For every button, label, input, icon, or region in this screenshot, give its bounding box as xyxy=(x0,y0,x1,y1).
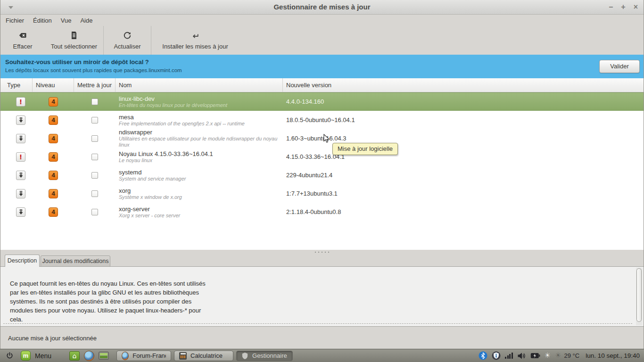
scrollbar-thumb[interactable] xyxy=(636,268,642,322)
tab-changelog[interactable]: Journal des modifications xyxy=(41,255,110,267)
taskbar-window-calculator[interactable]: Calculatrice xyxy=(174,351,233,361)
volume-icon[interactable] xyxy=(517,352,526,360)
tab-description[interactable]: Description xyxy=(5,255,40,267)
home-folder-icon[interactable]: ⌂ xyxy=(69,351,80,361)
toolbar: Effacer Tout sélectionner Actualiser Ins… xyxy=(0,26,644,55)
firefox-icon xyxy=(122,352,129,360)
refresh-icon xyxy=(123,31,132,40)
table-row[interactable]: ! 4 linux-libc-dev En-têtes du noyau lin… xyxy=(0,92,644,111)
menu-edition[interactable]: Édition xyxy=(33,17,52,24)
package-description: Xorg x server - core server xyxy=(119,213,283,219)
brightness-icon[interactable]: ☀ xyxy=(545,352,551,359)
temperature-text: 29 °C xyxy=(564,352,579,359)
pane-splitter[interactable] xyxy=(0,250,644,255)
package-name: ndiswrapper xyxy=(119,129,283,136)
taskbar-window-forum[interactable]: Forum-Franc... xyxy=(116,351,171,361)
table-row[interactable]: ! 4 Noyau Linux 4.15.0-33.36~16.04.1 Le … xyxy=(0,148,644,166)
vertical-scrollbar[interactable] xyxy=(636,268,643,325)
taskbar: m Menu ⌂ Forum-Franc... Calculatrice Ges… xyxy=(0,349,644,362)
clear-button[interactable]: Effacer xyxy=(0,26,45,55)
security-update-icon: ! xyxy=(16,97,25,107)
package-name: linux-libc-dev xyxy=(119,95,283,102)
update-checkbox[interactable] xyxy=(91,172,98,179)
minimize-button[interactable]: – xyxy=(609,3,613,11)
table-row[interactable]: 4 xorg Système x window de x.org 1:7.7+1… xyxy=(0,184,644,203)
table-row[interactable]: 4 mesa Free implementation of the opengl… xyxy=(0,111,644,129)
package-version: 2:1.18.4-0ubuntu0.8 xyxy=(283,208,644,215)
software-update-icon xyxy=(16,115,25,125)
battery-icon[interactable] xyxy=(530,353,540,359)
menu-aide[interactable]: Aide xyxy=(80,17,92,24)
table-row[interactable]: 4 systemd System and service manager 229… xyxy=(0,166,644,184)
package-version: 229-4ubuntu21.4 xyxy=(283,172,644,179)
package-version: 1:7.7+13ubuntu3.1 xyxy=(283,190,644,197)
taskbar-window-label: Forum-Franc... xyxy=(132,352,166,359)
package-description: System and service manager xyxy=(119,176,283,182)
show-desktop-icon[interactable] xyxy=(99,352,109,360)
update-manager-window: Gestionnaire de mises à jour – + × Fichi… xyxy=(0,0,644,349)
update-checkbox[interactable] xyxy=(91,135,98,142)
close-button[interactable]: × xyxy=(634,3,638,11)
package-name: systemd xyxy=(119,169,283,176)
firefox-launcher-icon[interactable] xyxy=(84,351,94,361)
valider-button[interactable]: Valider xyxy=(599,60,640,73)
refresh-button[interactable]: Actualiser xyxy=(104,26,151,55)
table-row[interactable]: 4 xorg-server Xorg x server - core serve… xyxy=(0,203,644,221)
table-header: Type Niveau Mettre à jour Nom Nouvelle v… xyxy=(0,78,644,92)
menu-fichier[interactable]: Fichier xyxy=(6,17,24,24)
column-header-name[interactable]: Nom xyxy=(116,78,283,92)
install-updates-icon xyxy=(191,31,199,40)
clock-text[interactable]: lun. 10 sept., 19:40 xyxy=(586,352,640,359)
bluetooth-icon[interactable] xyxy=(479,351,487,360)
description-text: Ce paquet fournit les en-têtes du noyau … xyxy=(10,279,302,324)
column-header-update[interactable]: Mettre à jour xyxy=(74,78,116,92)
tooltip: Mise à jour logicielle xyxy=(332,143,398,155)
banner-subtitle: Les dépôts locaux sont souvent plus rapi… xyxy=(5,67,182,73)
column-header-version[interactable]: Nouvelle version xyxy=(283,78,644,92)
package-name: mesa xyxy=(119,114,283,121)
menubar: Fichier Édition Vue Aide xyxy=(0,15,644,26)
update-shield-tray-icon[interactable] xyxy=(492,351,501,360)
select-all-button[interactable]: Tout sélectionner xyxy=(45,26,103,55)
update-checkbox[interactable] xyxy=(91,117,98,123)
update-checkbox[interactable] xyxy=(91,190,98,197)
software-update-icon xyxy=(16,189,25,198)
mint-menu-button[interactable]: m Menu xyxy=(21,351,51,361)
network-signal-icon[interactable] xyxy=(505,353,513,359)
select-all-label: Tout sélectionner xyxy=(51,43,97,50)
weather-sun-icon: ☀ xyxy=(555,352,561,359)
column-header-type[interactable]: Type xyxy=(0,78,33,92)
mouse-cursor xyxy=(323,134,330,145)
column-header-level[interactable]: Niveau xyxy=(33,78,74,92)
install-updates-button[interactable]: Installer les mises à jour xyxy=(151,26,239,55)
menu-vue[interactable]: Vue xyxy=(61,17,72,24)
table-row[interactable]: 4 ndiswrapper Utilitaires en espace util… xyxy=(0,129,644,148)
level-badge: 4 xyxy=(49,171,58,180)
clear-icon xyxy=(18,31,27,40)
package-name: xorg xyxy=(119,187,283,194)
divider xyxy=(3,323,632,324)
system-tray: ☀ ☀ 29 °C lun. 10 sept., 19:40 xyxy=(479,351,640,360)
update-checkbox[interactable] xyxy=(91,99,98,105)
package-version: 4.4.0-134.160 xyxy=(283,98,644,105)
taskbar-window-update-manager[interactable]: Gestionnaire... xyxy=(236,351,293,361)
level-badge: 4 xyxy=(49,115,58,125)
maximize-button[interactable]: + xyxy=(621,3,625,11)
refresh-label: Actualiser xyxy=(114,43,140,50)
window-menu-icon[interactable] xyxy=(8,6,13,9)
package-description: Free implementation of the opengl|es 2.x… xyxy=(119,121,283,127)
package-name: xorg-server xyxy=(119,206,283,213)
titlebar: Gestionnaire de mises à jour – + × xyxy=(0,0,644,15)
clear-label: Effacer xyxy=(13,43,33,50)
description-panel: Ce paquet fournit les en-têtes du noyau … xyxy=(0,266,644,327)
package-name: Noyau Linux 4.15.0-33.36~16.04.1 xyxy=(119,150,283,157)
update-checkbox[interactable] xyxy=(91,154,98,160)
security-update-icon: ! xyxy=(16,152,25,162)
level-badge: 4 xyxy=(49,152,58,162)
software-update-icon xyxy=(16,171,25,180)
software-update-icon xyxy=(16,207,25,217)
power-icon[interactable] xyxy=(6,352,13,359)
banner-title: Souhaitez-vous utiliser un miroir de dép… xyxy=(5,58,149,66)
update-checkbox[interactable] xyxy=(91,209,98,215)
window-title: Gestionnaire de mises à jour xyxy=(0,0,644,14)
